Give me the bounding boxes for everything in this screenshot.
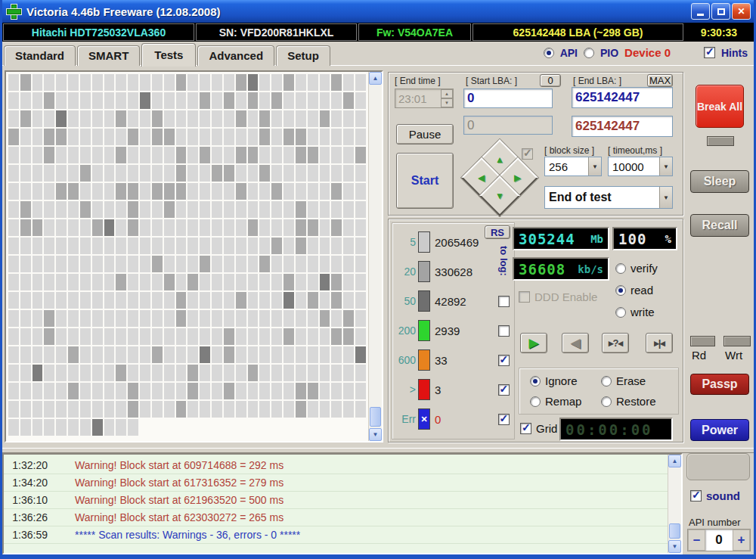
- seek-question-button[interactable]: ▸?◂: [602, 333, 629, 353]
- close-button[interactable]: ✕: [732, 3, 751, 20]
- minimize-button[interactable]: [691, 3, 710, 20]
- bottom-right-panel: sound API number – 0 +: [683, 453, 754, 554]
- to-log-checkbox[interactable]: [498, 325, 510, 337]
- write-radio[interactable]: [615, 307, 626, 318]
- erase-radio[interactable]: [601, 376, 612, 387]
- scan-block: [128, 292, 138, 309]
- end-lba-input[interactable]: [572, 87, 673, 108]
- scan-block: [236, 201, 246, 218]
- to-log-checkbox[interactable]: [498, 296, 510, 307]
- tab-smart[interactable]: SMART: [77, 45, 140, 66]
- power-button[interactable]: Power: [690, 419, 749, 441]
- pio-radio[interactable]: [584, 48, 594, 58]
- seek-end-button[interactable]: ▸|◂: [646, 333, 673, 353]
- scan-block: [296, 129, 306, 145]
- to-log-checkbox[interactable]: [498, 355, 510, 366]
- end-lba-max-button[interactable]: MAX: [647, 74, 673, 87]
- remap-option[interactable]: Remap: [530, 395, 581, 408]
- scan-block: [116, 219, 126, 236]
- grid-option[interactable]: Grid: [520, 422, 557, 435]
- scan-block: [355, 165, 366, 182]
- grid-scroll-thumb[interactable]: [370, 407, 381, 427]
- dropdown-arrow-icon[interactable]: ▼: [659, 187, 672, 208]
- scan-block: [200, 165, 210, 182]
- tab-advanced[interactable]: Advanced: [197, 45, 274, 66]
- passp-button[interactable]: Passp: [690, 374, 749, 395]
- start-button[interactable]: Start: [396, 153, 454, 209]
- break-all-button[interactable]: Break All: [696, 85, 744, 128]
- window-title: Victoria 4.46b Freeware (12.08.2008): [26, 5, 691, 18]
- spin-up-icon[interactable]: ▲: [441, 89, 453, 98]
- spin-down-icon[interactable]: ▼: [441, 98, 453, 107]
- scan-block: [80, 165, 91, 182]
- increment-button[interactable]: +: [733, 529, 750, 551]
- log-scroll-track[interactable]: [668, 467, 681, 540]
- log-scroll-thumb[interactable]: [669, 523, 680, 539]
- read-option[interactable]: read: [615, 284, 653, 297]
- read-radio[interactable]: [615, 285, 626, 296]
- grid-checkbox[interactable]: [520, 423, 531, 434]
- timeout-combo[interactable]: 10000 ▼: [608, 157, 673, 176]
- sound-checkbox[interactable]: [690, 490, 702, 502]
- scan-block: [259, 219, 270, 236]
- recall-button[interactable]: Recall: [690, 214, 749, 237]
- dropdown-arrow-icon[interactable]: ▼: [588, 157, 601, 175]
- scan-block: [259, 183, 270, 200]
- scan-block: [140, 256, 150, 272]
- verify-option[interactable]: verify: [615, 262, 658, 275]
- restore-option[interactable]: Restore: [601, 395, 656, 408]
- to-log-checkbox[interactable]: [498, 384, 510, 396]
- start-lba-zero-button[interactable]: 0: [540, 74, 561, 87]
- api-radio[interactable]: [544, 48, 554, 58]
- write-option[interactable]: write: [615, 306, 655, 318]
- scan-block: [224, 256, 234, 272]
- decrement-button[interactable]: –: [688, 529, 705, 551]
- scan-block: [320, 238, 330, 254]
- scan-block: [56, 401, 67, 418]
- scan-block: [140, 165, 150, 182]
- tab-standard[interactable]: Standard: [4, 45, 76, 66]
- scroll-down-icon[interactable]: ▼: [668, 540, 681, 553]
- end-time-spinner[interactable]: 23:01 ▲ ▼: [395, 89, 454, 108]
- dropdown-arrow-icon[interactable]: ▼: [659, 157, 672, 175]
- scroll-up-icon[interactable]: ▲: [668, 455, 681, 467]
- splitter[interactable]: [2, 448, 754, 453]
- tab-setup[interactable]: Setup: [276, 45, 330, 66]
- log-scrollbar[interactable]: ▲ ▼: [668, 455, 681, 553]
- grid-scroll-track[interactable]: [369, 85, 382, 428]
- maximize-button[interactable]: [711, 3, 730, 20]
- ignore-radio[interactable]: [530, 376, 541, 387]
- scroll-up-icon[interactable]: ▲: [369, 72, 382, 85]
- scan-block: [164, 201, 175, 218]
- remap-radio[interactable]: [530, 396, 541, 407]
- block-size-combo[interactable]: 256 ▼: [544, 157, 602, 176]
- restore-radio[interactable]: [601, 396, 612, 407]
- erase-option[interactable]: Erase: [601, 374, 646, 387]
- scan-block: [152, 274, 163, 290]
- step-back-button[interactable]: ◀: [562, 333, 589, 353]
- grid-scrollbar[interactable]: ▲ ▼: [368, 72, 382, 441]
- scan-block: [343, 74, 354, 91]
- rd-label: Rd: [692, 349, 706, 362]
- verify-radio[interactable]: [615, 263, 626, 274]
- scan-block: [68, 110, 79, 127]
- scroll-down-icon[interactable]: ▼: [369, 428, 382, 441]
- tab-bar: Standard SMART Tests Advanced Setup API …: [2, 42, 754, 66]
- scan-block: [20, 401, 31, 418]
- rs-button[interactable]: RS: [485, 225, 510, 239]
- sound-option[interactable]: sound: [690, 489, 740, 502]
- hints-checkbox[interactable]: [704, 47, 715, 58]
- scan-block: [271, 92, 282, 109]
- scan-block: [152, 165, 163, 182]
- scan-block: [56, 165, 67, 182]
- pause-button[interactable]: Pause: [396, 124, 454, 144]
- tab-tests[interactable]: Tests: [141, 43, 196, 67]
- scan-block: [128, 74, 138, 91]
- start-lba-input[interactable]: [463, 89, 553, 108]
- to-log-checkbox[interactable]: [498, 414, 510, 425]
- play-button[interactable]: ▶: [520, 333, 547, 353]
- sleep-button[interactable]: Sleep: [690, 170, 749, 193]
- ignore-option[interactable]: Ignore: [530, 374, 578, 387]
- scan-block: [104, 365, 115, 381]
- on-end-combo[interactable]: End of test ▼: [544, 186, 673, 209]
